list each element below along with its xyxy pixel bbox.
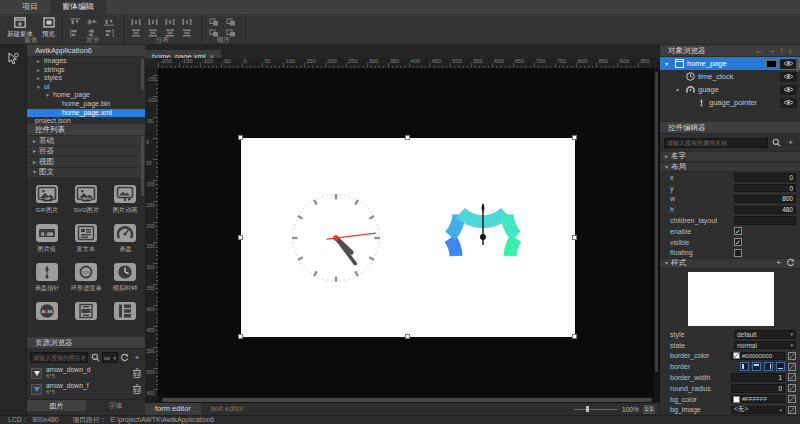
selection-handle[interactable] xyxy=(572,334,577,339)
dist-hspace-icon[interactable] xyxy=(182,18,192,26)
chevron-down-icon[interactable]: ▾ xyxy=(676,86,682,93)
add-property-button[interactable]: + xyxy=(785,137,796,148)
widget-category-容器[interactable]: ▸容器 xyxy=(27,147,145,158)
inherit-icon[interactable] xyxy=(788,363,796,371)
select-style[interactable]: default▾ xyxy=(734,330,796,339)
trash-icon[interactable] xyxy=(133,384,141,394)
object-browser-header[interactable]: 对象浏览器 ←→↑↓ xyxy=(660,45,800,57)
color-field-bg_color[interactable]: #FFFFFF xyxy=(731,395,785,404)
property-input-children_layout[interactable] xyxy=(734,216,796,225)
section-header-名字[interactable]: ▸名字 xyxy=(660,151,800,162)
project-tree-item-home_page[interactable]: ▾home_page xyxy=(27,91,145,100)
design-viewport[interactable] xyxy=(158,68,660,397)
select-state[interactable]: normal▾ xyxy=(734,341,796,350)
project-tree-item-project.json[interactable]: project.json xyxy=(27,117,145,124)
property-input-round_radius[interactable] xyxy=(731,384,785,393)
project-tree-item-ui[interactable]: ▾ui xyxy=(27,83,145,92)
dist-right-icon[interactable] xyxy=(165,18,175,26)
section-header-布局[interactable]: ▾布局 xyxy=(660,162,800,173)
tab-form-editor[interactable]: form editor xyxy=(145,403,201,415)
zoom-slider[interactable] xyxy=(574,403,618,415)
checkbox-visible[interactable]: ✓ xyxy=(734,238,742,246)
inherit-icon[interactable] xyxy=(788,406,796,414)
object-node-guage[interactable]: ▾guage xyxy=(660,83,800,96)
project-tree-item-home_page.bin[interactable]: home_page.bin xyxy=(27,100,145,109)
widget-item-表盘[interactable]: 表盘 xyxy=(106,224,145,254)
widget-item-图片值[interactable]: 0.00图片值 xyxy=(27,224,66,254)
object-node-time_clock[interactable]: time_clock xyxy=(660,70,800,83)
project-tree-item-images[interactable]: ▸images xyxy=(27,57,145,66)
search-icon[interactable] xyxy=(771,137,782,148)
align-top-icon[interactable] xyxy=(70,18,80,26)
selection-handle[interactable] xyxy=(238,135,243,140)
resource-filter-select[interactable]: xx ▾ xyxy=(102,352,118,363)
pointer-tool-icon[interactable] xyxy=(5,50,21,66)
selection-handle[interactable] xyxy=(405,135,410,140)
resource-tab-图片[interactable]: 图片 xyxy=(27,399,86,411)
resource-search-input[interactable] xyxy=(30,352,88,363)
tab-text-editor[interactable]: text editor xyxy=(201,403,254,415)
chevron-right-icon[interactable]: ▸ xyxy=(37,74,40,83)
resource-tab-字体[interactable]: 字体 xyxy=(86,399,145,411)
selection-handle[interactable] xyxy=(238,334,243,339)
widget-item[interactable] xyxy=(66,302,105,323)
widget-item-SVG图片[interactable]: SVGSVG图片 xyxy=(66,185,105,215)
align-middle-icon[interactable] xyxy=(87,18,97,26)
trash-icon[interactable] xyxy=(133,368,141,378)
selection-handle[interactable] xyxy=(238,235,243,240)
project-tree-item-home_page.xml[interactable]: home_page.xml xyxy=(27,109,145,118)
menu-tab-项目[interactable]: 项目 xyxy=(10,0,50,14)
select-bg_image[interactable]: <无>▾ xyxy=(731,406,785,415)
border-top-button[interactable] xyxy=(752,362,761,371)
inherit-icon[interactable] xyxy=(788,395,796,403)
project-tree-scrollbar[interactable] xyxy=(141,58,144,90)
object-node-guage_pointer[interactable]: guage_pointer xyxy=(660,96,800,109)
resource-item-arrow_down_d[interactable]: arrow_down_d6*5 xyxy=(27,365,145,381)
add-style-icon[interactable]: + xyxy=(776,258,781,269)
add-resource-button[interactable]: + xyxy=(132,352,142,363)
inherit-icon[interactable] xyxy=(788,373,796,381)
down-icon[interactable]: ↓ xyxy=(789,45,793,57)
section-header-样式[interactable]: ▾样式+ xyxy=(660,258,800,269)
checkbox-enable[interactable]: ✓ xyxy=(734,227,742,235)
up-icon[interactable]: ↑ xyxy=(780,45,784,57)
resource-browser-header[interactable]: 资源浏览器 xyxy=(27,337,145,349)
widget-item-GIF图片[interactable]: GIFGIF图片 xyxy=(27,185,66,215)
project-tree-item-styles[interactable]: ▸styles xyxy=(27,74,145,83)
property-input-y[interactable] xyxy=(734,184,796,193)
widget-list-scrollbar[interactable] xyxy=(141,136,144,196)
property-input-border_width[interactable] xyxy=(731,373,785,382)
widget-item-模拟时钟[interactable]: 模拟时钟 xyxy=(106,263,145,293)
search-icon[interactable] xyxy=(90,352,100,363)
object-node-home_page[interactable]: ▾home_page xyxy=(660,57,800,70)
refresh-icon[interactable] xyxy=(786,258,795,269)
project-tree-item-strings[interactable]: ▸strings xyxy=(27,66,145,75)
widget-list-header[interactable]: 控件列表 xyxy=(27,124,145,136)
widget-category-基础[interactable]: ▸基础 xyxy=(27,136,145,147)
canvas-vertical-scrollbar[interactable] xyxy=(654,68,659,397)
color-field-border_color[interactable]: #00000000 xyxy=(731,352,785,361)
dist-hcenter-icon[interactable] xyxy=(148,18,158,26)
dist-left-icon[interactable] xyxy=(131,18,141,26)
inherit-icon[interactable] xyxy=(788,352,796,360)
order-backward-icon[interactable] xyxy=(226,18,236,26)
chevron-right-icon[interactable]: ▸ xyxy=(37,57,40,66)
widget-category-视图[interactable]: ▸视图 xyxy=(27,157,145,168)
back-icon[interactable]: ← xyxy=(756,45,763,57)
widget-item[interactable] xyxy=(106,302,145,323)
visibility-eye-icon[interactable] xyxy=(780,85,797,95)
widget-item-图片动画[interactable]: 图片动画 xyxy=(106,185,145,215)
visibility-eye-icon[interactable] xyxy=(780,72,797,82)
menu-tab-窗体编辑[interactable]: 窗体编辑 xyxy=(50,0,106,14)
checkbox-floating[interactable] xyxy=(734,249,742,257)
resource-item-arrow_down_f[interactable]: arrow_down_f6*5 xyxy=(27,381,145,397)
border-bottom-button[interactable] xyxy=(776,362,785,371)
chevron-down-icon[interactable]: ▾ xyxy=(665,60,671,67)
property-input-w[interactable] xyxy=(734,195,796,204)
clock-widget[interactable] xyxy=(286,188,386,288)
order-forward-icon[interactable] xyxy=(209,18,219,26)
refresh-icon[interactable] xyxy=(120,352,130,363)
property-input-h[interactable] xyxy=(734,206,796,215)
border-right-button[interactable] xyxy=(764,362,773,371)
widget-item-富文本[interactable]: 富文本 xyxy=(66,224,105,254)
